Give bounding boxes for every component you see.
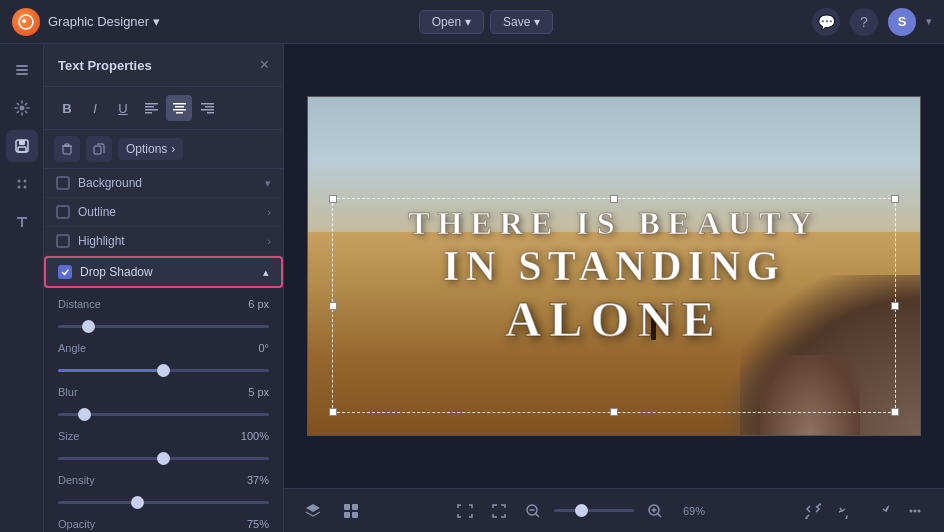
angle-slider[interactable] <box>58 369 269 372</box>
chevron-down-icon: ▾ <box>465 15 471 29</box>
svg-point-37 <box>910 509 913 512</box>
svg-point-0 <box>19 15 33 29</box>
redo-icon[interactable] <box>868 498 894 524</box>
more-options-icon[interactable] <box>902 498 928 524</box>
canvas-workspace[interactable]: THERE IS BEAUTY IN STANDING ALONE <box>284 44 944 488</box>
comments-icon[interactable]: 💬 <box>812 8 840 36</box>
svg-rect-8 <box>18 147 26 152</box>
svg-rect-15 <box>145 109 158 111</box>
svg-point-38 <box>914 509 917 512</box>
app-title[interactable]: Graphic Designer ▾ <box>48 14 160 29</box>
sidebar-item-layers[interactable] <box>6 54 38 86</box>
fit-screen-icon[interactable] <box>452 498 478 524</box>
outline-checkbox[interactable] <box>56 205 70 219</box>
blur-slider-row: Blur 5 px <box>58 386 269 420</box>
panel-title: Text Properties <box>58 58 152 73</box>
rock-mid <box>760 355 860 435</box>
drop-shadow-checkbox[interactable] <box>58 265 72 279</box>
svg-point-1 <box>22 19 26 23</box>
options-row: Options › <box>44 130 283 169</box>
angle-label: Angle <box>58 342 86 354</box>
zoom-out-icon[interactable] <box>520 498 546 524</box>
svg-rect-27 <box>352 504 358 510</box>
duplicate-button[interactable] <box>86 136 112 162</box>
svg-rect-21 <box>201 103 214 105</box>
distance-slider[interactable] <box>58 325 269 328</box>
background-property-row[interactable]: Background ▾ <box>44 169 283 198</box>
zoom-slider[interactable] <box>554 509 634 512</box>
align-right-button[interactable] <box>194 95 220 121</box>
grid-view-icon[interactable] <box>338 498 364 524</box>
close-button[interactable]: × <box>260 56 269 74</box>
opacity-slider-row: Opacity 75% <box>58 518 269 532</box>
drop-shadow-property-row[interactable]: Drop Shadow ▴ <box>44 256 283 288</box>
sidebar-item-text[interactable] <box>6 206 38 238</box>
canvas-area: THERE IS BEAUTY IN STANDING ALONE <box>284 44 944 532</box>
delete-button[interactable] <box>54 136 80 162</box>
size-slider[interactable] <box>58 457 269 460</box>
opacity-value: 75% <box>247 518 269 530</box>
main-layout: Text Properties × B I U <box>0 44 944 532</box>
options-button[interactable]: Options › <box>118 138 183 160</box>
background-label: Background <box>78 176 265 190</box>
topbar: Graphic Designer ▾ Open ▾ Save ▾ 💬 ? S ▾ <box>0 0 944 44</box>
distance-label: Distance <box>58 298 101 310</box>
chevron-down-icon: ▾ <box>153 14 160 29</box>
align-left-button[interactable] <box>138 95 164 121</box>
drop-shadow-settings: Distance 6 px Angle 0° Blur 5 px <box>44 288 283 532</box>
panel-header: Text Properties × <box>44 44 283 87</box>
zoom-in-icon[interactable] <box>642 498 668 524</box>
drop-shadow-label: Drop Shadow <box>80 265 263 279</box>
svg-rect-24 <box>207 112 214 114</box>
svg-rect-7 <box>19 140 25 145</box>
underline-button[interactable]: U <box>110 95 136 121</box>
sidebar-item-grid[interactable] <box>6 168 38 200</box>
italic-button[interactable]: I <box>82 95 108 121</box>
size-value: 100% <box>241 430 269 442</box>
blur-label: Blur <box>58 386 78 398</box>
sidebar-item-settings[interactable] <box>6 92 38 124</box>
outline-label: Outline <box>78 205 267 219</box>
density-slider[interactable] <box>58 501 269 504</box>
layers-icon[interactable] <box>300 498 326 524</box>
canvas-image[interactable]: THERE IS BEAUTY IN STANDING ALONE <box>307 96 921 436</box>
outline-property-row[interactable]: Outline › <box>44 198 283 227</box>
svg-rect-28 <box>344 512 350 518</box>
svg-rect-13 <box>145 103 158 105</box>
topbar-center: Open ▾ Save ▾ <box>419 10 554 34</box>
open-button[interactable]: Open ▾ <box>419 10 484 34</box>
user-menu-arrow[interactable]: ▾ <box>926 15 932 28</box>
app-logo <box>12 8 40 36</box>
svg-point-10 <box>23 180 26 183</box>
undo-icon[interactable] <box>834 498 860 524</box>
bold-button[interactable]: B <box>54 95 80 121</box>
svg-point-11 <box>17 186 20 189</box>
svg-line-31 <box>536 513 540 517</box>
chevron-right-icon: › <box>171 142 175 156</box>
arrange-icon[interactable] <box>800 498 826 524</box>
highlight-checkbox[interactable] <box>56 234 70 248</box>
distance-slider-row: Distance 6 px <box>58 298 269 332</box>
background-checkbox[interactable] <box>56 176 70 190</box>
blur-slider[interactable] <box>58 413 269 416</box>
save-button[interactable]: Save ▾ <box>490 10 553 34</box>
sidebar-item-save[interactable] <box>6 130 38 162</box>
size-label: Size <box>58 430 79 442</box>
align-center-button[interactable] <box>166 95 192 121</box>
toolbar-left <box>300 498 364 524</box>
help-icon[interactable]: ? <box>850 8 878 36</box>
user-avatar[interactable]: S <box>888 8 916 36</box>
density-label: Density <box>58 474 95 486</box>
svg-point-5 <box>19 106 24 111</box>
highlight-property-row[interactable]: Highlight › <box>44 227 283 256</box>
canvas-text-container: THERE IS BEAUTY IN STANDING ALONE <box>308 205 920 348</box>
svg-rect-18 <box>175 106 184 108</box>
blur-value: 5 px <box>248 386 269 398</box>
app-title-text: Graphic Designer <box>48 14 149 29</box>
svg-rect-22 <box>205 106 214 108</box>
actual-size-icon[interactable] <box>486 498 512 524</box>
highlight-expand-icon: › <box>267 235 271 247</box>
distance-value: 6 px <box>248 298 269 310</box>
svg-rect-20 <box>176 112 183 114</box>
toolbar-center: 69% <box>452 498 712 524</box>
